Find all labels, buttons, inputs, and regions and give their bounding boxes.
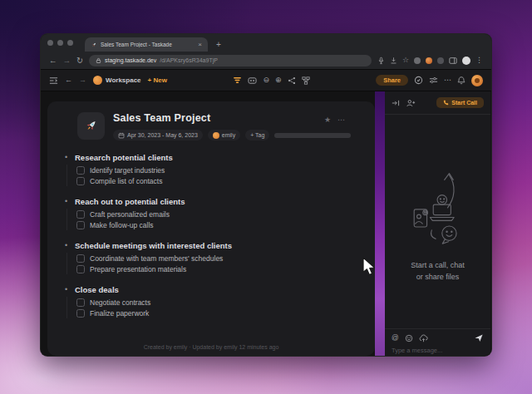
browser-tab[interactable]: Sales Team Project - Taskade × (85, 37, 208, 52)
project-emoji-rocket-icon[interactable] (77, 112, 105, 140)
task-group-head: • Close deals (65, 285, 375, 294)
task-item[interactable]: Identify target industries (76, 165, 375, 175)
checkbox-icon[interactable] (76, 309, 85, 318)
task-group-items: Negotiate contracts Finalize paperwork (66, 297, 375, 318)
board-view-icon[interactable] (248, 76, 257, 85)
extension-icon[interactable] (437, 57, 444, 64)
close-tab-icon[interactable]: × (198, 42, 202, 48)
zoom-out-icon[interactable]: ⊖ (263, 76, 269, 84)
maximize-window-icon[interactable] (67, 40, 73, 46)
checkbox-icon[interactable] (76, 298, 85, 307)
bookmark-star-icon[interactable]: ☆ (402, 57, 409, 64)
task-group-heading[interactable]: Research potential clients (75, 153, 173, 162)
share-button[interactable]: Share (376, 75, 408, 86)
bullet-icon: • (65, 286, 69, 293)
calendar-icon (118, 132, 125, 139)
task-item[interactable]: Coordinate with team members' schedules (76, 253, 375, 263)
history-check-icon[interactable] (414, 76, 423, 85)
forward-icon[interactable]: → (63, 57, 71, 65)
zoom-in-icon[interactable]: ⊕ (275, 76, 282, 84)
extension-icon[interactable] (414, 57, 421, 64)
new-project-button[interactable]: + New (148, 76, 167, 84)
date-range-label: Apr 30, 2023 - May 6, 2023 (127, 132, 198, 138)
project-title[interactable]: Sales Team Project (113, 112, 351, 124)
notifications-bell-icon[interactable] (457, 76, 466, 85)
task-item-label: Coordinate with team members' schedules (90, 254, 223, 263)
checkbox-icon[interactable] (76, 177, 85, 185)
task-item[interactable]: Craft personalized emails (76, 209, 375, 219)
add-tag-label: + Tag (250, 132, 264, 138)
back-icon[interactable]: ← (49, 57, 57, 65)
assignee-avatar (213, 132, 219, 139)
task-group-head: • Research potential clients (65, 153, 375, 162)
date-range-chip[interactable]: Apr 30, 2023 - May 6, 2023 (113, 130, 203, 140)
workflow-icon[interactable] (302, 76, 310, 85)
user-avatar[interactable] (471, 75, 483, 86)
send-message-icon[interactable] (474, 333, 484, 342)
start-call-button[interactable]: Start Call (436, 97, 484, 108)
task-item[interactable]: Compile list of contacts (76, 175, 375, 186)
filter-list-view-icon[interactable] (233, 76, 242, 85)
task-item[interactable]: Negotiate contracts (76, 297, 375, 308)
close-window-icon[interactable] (47, 40, 53, 46)
settings-sliders-icon[interactable] (429, 76, 438, 85)
checkbox-icon[interactable] (76, 221, 85, 229)
task-item-label: Compile list of contacts (90, 177, 162, 185)
app-content: Sales Team Project Apr 30, 2023 - May 6,… (41, 91, 491, 357)
browser-window: Sales Team Project - Taskade × + ← → ↻ s… (40, 33, 492, 357)
task-item[interactable]: Prepare presentation materials (76, 263, 375, 274)
mention-at-icon[interactable]: @ (392, 334, 399, 342)
new-tab-icon[interactable]: + (216, 41, 221, 49)
browser-menu-kebab-icon[interactable]: ⋮ (475, 57, 483, 64)
upload-cloud-icon[interactable] (419, 334, 428, 342)
toolbar-actions: Share ⋯ (376, 75, 483, 86)
task-item[interactable]: Make follow-up calls (76, 219, 375, 230)
checkbox-icon[interactable] (76, 210, 85, 219)
invite-person-icon[interactable] (406, 99, 416, 107)
task-group-heading[interactable]: Reach out to potential clients (75, 197, 185, 206)
chat-empty-state: Start a call, chat or share files (385, 115, 490, 328)
project-more-icon[interactable]: ⋯ (337, 116, 345, 124)
message-input[interactable] (392, 347, 484, 354)
bullet-icon: • (65, 154, 69, 161)
address-bar[interactable]: staging.taskade.dev/d/APKsry6sR34a9TjP (89, 55, 372, 66)
workspace-switcher[interactable]: Workspace (93, 76, 141, 85)
task-group: • Reach out to potential clients Craft p… (65, 197, 375, 230)
chat-empty-line1: Start a call, chat (411, 261, 465, 269)
task-group-heading[interactable]: Schedule meetings with interested client… (75, 241, 232, 250)
lock-icon (96, 57, 101, 64)
chat-input-area: @ (385, 328, 490, 357)
project-header-text: Sales Team Project Apr 30, 2023 - May 6,… (113, 112, 351, 140)
nav-forward-icon[interactable]: → (79, 76, 86, 84)
task-item-label: Identify target industries (90, 166, 165, 175)
side-panel-icon[interactable] (449, 57, 457, 65)
checkbox-icon[interactable] (76, 254, 85, 263)
nav-back-icon[interactable]: ← (65, 76, 72, 84)
task-group-items: Craft personalized emails Make follow-up… (66, 209, 375, 230)
task-group-head: • Schedule meetings with interested clie… (65, 241, 375, 250)
blurred-text-placeholder (274, 133, 351, 138)
extension-icon[interactable] (426, 57, 432, 64)
browser-actions: ☆ ⋮ (377, 57, 483, 65)
reload-icon[interactable]: ↻ (76, 57, 83, 65)
task-item[interactable]: Finalize paperwork (76, 308, 375, 318)
share-nodes-icon[interactable] (288, 76, 296, 85)
task-group: • Research potential clients Identify ta… (65, 153, 375, 186)
minimize-window-icon[interactable] (57, 40, 63, 46)
task-item-label: Prepare presentation materials (90, 265, 186, 273)
collapse-panel-icon[interactable] (392, 99, 400, 107)
checkbox-icon[interactable] (76, 166, 85, 175)
favorite-star-icon[interactable]: ★ (324, 116, 331, 124)
more-options-icon[interactable]: ⋯ (444, 76, 451, 84)
download-icon[interactable] (390, 57, 397, 65)
checkbox-icon[interactable] (76, 265, 85, 273)
window-traffic-lights[interactable] (47, 34, 73, 52)
assignee-chip[interactable]: emily (208, 130, 240, 140)
sidebar-toggle-icon[interactable] (49, 76, 58, 85)
browser-profile-avatar[interactable] (462, 57, 470, 65)
microphone-icon[interactable] (377, 57, 385, 65)
emoji-smiley-icon[interactable] (405, 334, 413, 342)
screenshot-stage: Sales Team Project - Taskade × + ← → ↻ s… (0, 0, 532, 394)
task-group-heading[interactable]: Close deals (75, 285, 119, 294)
add-tag-chip[interactable]: + Tag (245, 130, 269, 140)
